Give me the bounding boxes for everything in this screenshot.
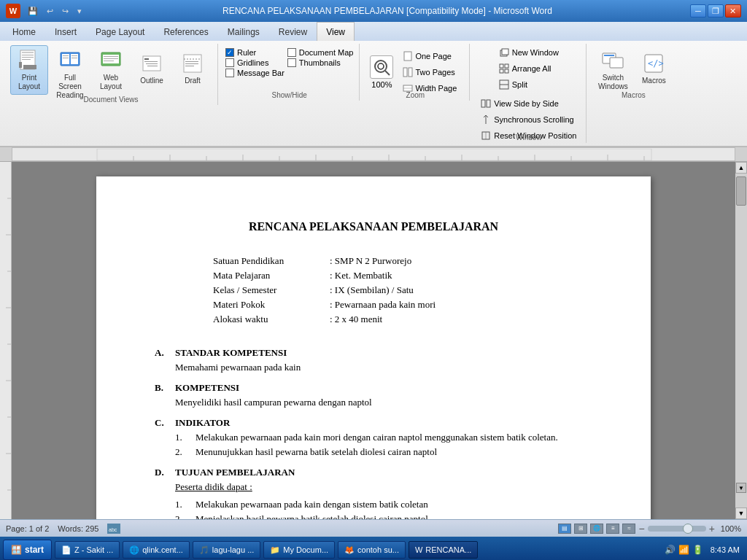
dropdown-quick[interactable]: ▾ — [74, 6, 85, 17]
document-scroll[interactable]: RENCANA PELAKSANAAN PEMBELAJARAN Satuan … — [12, 162, 735, 519]
section-d: D. TUJUAN PEMBELAJARAN Peserta didik dap… — [155, 467, 592, 519]
save-quick[interactable]: 💾 — [25, 6, 41, 17]
gridlines-checkbox[interactable]: Gridlines — [225, 58, 285, 67]
web-layout-status-icon[interactable]: 🌐 — [590, 524, 603, 534]
svg-rect-28 — [185, 66, 194, 66]
print-layout-button[interactable]: PrintLayout — [10, 45, 48, 95]
svg-rect-45 — [481, 100, 485, 107]
redo-quick[interactable]: ↪ — [59, 6, 71, 17]
print-layout-status-icon[interactable]: ▤ — [558, 524, 571, 534]
scroll-thumb[interactable] — [736, 176, 746, 206]
draft-label: Draft — [185, 77, 201, 85]
status-left: Page: 1 of 2 Words: 295 abc — [6, 524, 120, 534]
macros-button[interactable]: </> Macros — [635, 45, 673, 92]
window-items: New Window Arrange All Split — [495, 44, 562, 93]
section-b-content: Menyelidiki hasil campuran pewarna denga… — [175, 397, 592, 408]
tray-icon-1[interactable]: 🔊 — [665, 544, 676, 556]
system-clock: 8:43 AM — [706, 544, 744, 556]
taskbar-item-z-sakit[interactable]: 📄 Z - Sakit ... — [55, 541, 120, 559]
zoom-slider[interactable] — [648, 526, 706, 532]
item-d-num-2: 2. — [175, 513, 190, 519]
svg-line-31 — [385, 71, 390, 75]
ribbon: Home Insert Page Layout References Maili… — [0, 22, 747, 147]
taskbar-item-lagu[interactable]: 🎵 lagu-lagu ... — [193, 541, 260, 559]
language-icon[interactable]: abc — [107, 524, 120, 534]
tab-insert[interactable]: Insert — [45, 22, 86, 41]
ruler-checkbox[interactable]: ✓ Ruler — [225, 48, 285, 57]
vertical-scrollbar[interactable]: ▲ ▼ ▼ — [735, 162, 747, 519]
minimize-button[interactable]: ─ — [690, 4, 706, 18]
tab-references[interactable]: References — [154, 22, 217, 41]
scroll-up-button[interactable]: ▲ — [735, 162, 747, 174]
zoom-value[interactable]: 100% — [371, 80, 392, 89]
switch-windows-button[interactable]: SwitchWindows — [594, 45, 632, 95]
message-bar-cb-icon — [225, 69, 234, 77]
taskbar-icon-lagu: 🎵 — [199, 545, 209, 555]
switch-windows-label: SwitchWindows — [598, 74, 628, 91]
show-hide-checkboxes2: Document Map Thumbnails — [287, 45, 354, 70]
taskbar-icon-rencana: W — [415, 545, 422, 554]
new-window-button[interactable]: New Window — [495, 45, 562, 60]
draft-status-icon[interactable]: ≈ — [622, 524, 635, 534]
web-layout-button[interactable]: WebLayout — [92, 45, 130, 95]
tab-review[interactable]: Review — [269, 22, 317, 41]
group-window: New Window Arrange All Split View Side b… — [471, 44, 587, 143]
info-row-5: Alokasi waktu : 2 x 40 menit — [213, 314, 592, 325]
info-label-3: Kelas / Semester — [213, 284, 330, 296]
scroll-btn-bottom[interactable]: ▼ — [736, 483, 746, 493]
tab-page-layout[interactable]: Page Layout — [86, 22, 154, 41]
scroll-track[interactable]: ▼ — [735, 174, 747, 508]
document-map-checkbox[interactable]: Document Map — [287, 48, 354, 57]
svg-point-30 — [378, 63, 384, 69]
tray-icon-3[interactable]: 🔋 — [692, 544, 704, 556]
tab-mailings[interactable]: Mailings — [218, 22, 269, 41]
zoom-button[interactable] — [370, 55, 393, 79]
thumbnails-checkbox[interactable]: Thumbnails — [287, 58, 354, 67]
svg-rect-27 — [185, 63, 198, 64]
taskbar-item-mydoc[interactable]: 📁 My Docum... — [263, 541, 335, 559]
draft-button[interactable]: Draft — [174, 45, 212, 92]
svg-rect-46 — [487, 100, 490, 107]
document-map-label: Document Map — [299, 48, 354, 57]
taskbar-icon-contoh: 🦊 — [344, 545, 355, 555]
svg-rect-23 — [147, 66, 158, 66]
arrange-all-button[interactable]: Arrange All — [495, 61, 555, 76]
message-bar-checkbox[interactable]: Message Bar — [225, 69, 285, 77]
tab-view[interactable]: View — [317, 22, 355, 41]
info-row-2: Mata Pelajaran : Ket. Membatik — [213, 270, 592, 281]
outline-icon — [140, 52, 163, 75]
tray-icon-2[interactable]: 📶 — [678, 544, 690, 556]
zoom-slider-thumb[interactable] — [683, 524, 693, 534]
synchronous-scrolling-button[interactable]: Synchronous Scrolling — [477, 112, 580, 127]
section-c-header: C. INDIKATOR — [155, 417, 592, 429]
taskbar-item-contoh[interactable]: 🦊 contoh su... — [338, 541, 406, 559]
outline-button[interactable]: Outline — [133, 45, 171, 92]
split-button[interactable]: Split — [495, 77, 531, 92]
zoom-minus[interactable]: − — [638, 523, 644, 534]
outline-status-icon[interactable]: ≡ — [606, 524, 619, 534]
svg-rect-13 — [71, 58, 77, 58]
svg-rect-40 — [505, 64, 508, 68]
two-pages-button[interactable]: Two Pages — [399, 65, 460, 79]
document-info: Satuan Pendidikan : SMP N 2 Purworejo Ma… — [213, 255, 592, 325]
info-label-5: Alokasi waktu — [213, 314, 330, 325]
svg-rect-3 — [22, 57, 34, 58]
zoom-plus[interactable]: + — [709, 523, 715, 534]
taskbar-item-rencana[interactable]: W RENCANA... — [409, 541, 478, 559]
scroll-down-button[interactable]: ▼ — [735, 508, 747, 519]
print-layout-label: PrintLayout — [18, 74, 40, 91]
svg-rect-1 — [22, 52, 34, 53]
ruler-cb-icon: ✓ — [225, 48, 234, 57]
full-screen-reading-button[interactable]: Full ScreenReading — [51, 45, 89, 104]
close-button[interactable]: ✕ — [725, 4, 741, 18]
restore-button[interactable]: ❐ — [708, 4, 724, 18]
start-button[interactable]: 🪟 start — [3, 540, 52, 560]
zoom-group-label: Zoom — [361, 91, 469, 99]
view-side-by-side-button[interactable]: View Side by Side — [477, 96, 580, 111]
undo-quick[interactable]: ↩ — [44, 6, 56, 17]
one-page-button[interactable]: One Page — [399, 49, 460, 63]
arrange-all-icon — [499, 63, 509, 74]
taskbar-item-qlink[interactable]: 🌐 qlink.cent... — [123, 541, 190, 559]
tab-home[interactable]: Home — [3, 22, 45, 41]
fullscreen-status-icon[interactable]: ⊞ — [574, 524, 587, 534]
